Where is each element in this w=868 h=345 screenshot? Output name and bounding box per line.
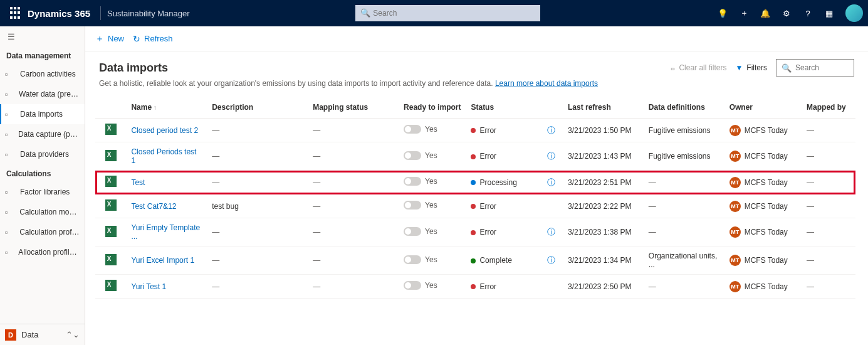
table-row[interactable]: Yuri Test 1 — — Yes Error 3/21/2023 2:50… <box>95 275 855 299</box>
grid-search-input[interactable] <box>795 63 845 72</box>
toggle-label: Yes <box>425 201 437 210</box>
cell-name[interactable]: Yuri Test 1 <box>126 275 207 299</box>
clear-filters-button[interactable]: ⏛ Clear all filters <box>671 63 726 72</box>
ready-toggle[interactable]: Yes <box>404 255 437 264</box>
table-row[interactable]: Test — — Yes Processing ⓘ 3/21/2023 2:51… <box>95 171 855 194</box>
sidebar-item[interactable]: ▫Factor libraries <box>0 182 85 202</box>
name-link[interactable]: Closed Periods test 1 <box>131 147 196 165</box>
ready-toggle[interactable]: Yes <box>404 281 437 290</box>
name-link[interactable]: Test Cat7&12 <box>131 202 176 211</box>
filters-button[interactable]: ▼ Filters <box>735 63 767 72</box>
cell-dash: — <box>802 275 855 299</box>
table-row[interactable]: Closed Periods test 1 — — Yes Error ⓘ 3/… <box>95 142 855 171</box>
ready-toggle[interactable]: Yes <box>404 227 437 236</box>
grid-search[interactable]: 🔍 <box>776 59 854 77</box>
cell-ready: Yes <box>399 275 466 299</box>
col-mapping-status[interactable]: Mapping status <box>308 97 399 119</box>
plus-icon[interactable]: ＋ <box>735 4 753 22</box>
info-icon[interactable]: ⓘ <box>547 178 555 187</box>
cell-dash: — <box>802 171 855 194</box>
col-last-refresh[interactable]: Last refresh <box>563 97 644 119</box>
name-link[interactable]: Test <box>131 178 145 187</box>
plus-icon: ＋ <box>95 33 104 45</box>
ready-toggle[interactable]: Yes <box>404 201 437 210</box>
cell-dash: — <box>207 247 308 275</box>
sidebar-item[interactable]: ▫Water data (preview) <box>0 84 85 104</box>
sidebar-item[interactable]: ▫Data imports <box>0 104 85 124</box>
area-switcher[interactable]: D Data ⌃⌄ <box>0 324 85 345</box>
new-button[interactable]: ＋ New <box>95 33 124 45</box>
owner-name: MCFS Today <box>745 282 788 291</box>
provider-icon: ▫ <box>5 150 15 159</box>
cell-ready: Yes <box>399 194 466 218</box>
sidebar-item[interactable]: ▫Allocation profiles (p... <box>0 242 85 262</box>
sidebar-item-label: Calculation models <box>19 208 80 216</box>
info-icon[interactable]: ⓘ <box>547 125 555 135</box>
sidebar-item[interactable]: ▫Data providers <box>0 144 85 164</box>
info-icon[interactable]: ⓘ <box>547 227 555 236</box>
toggle-track <box>404 151 421 160</box>
command-bar: ＋ New ↻ Refresh <box>85 26 868 51</box>
cell-name[interactable]: Closed period test 2 <box>126 119 207 142</box>
app-launcher-icon[interactable] <box>10 7 23 19</box>
hamburger-icon[interactable]: ☰ <box>0 26 85 46</box>
table-row[interactable]: Test Cat7&12 test bug — Yes Error 3/21/2… <box>95 194 855 218</box>
col-name[interactable]: Name <box>126 97 207 119</box>
cell-status: Processing <box>466 171 540 194</box>
col-description[interactable]: Description <box>207 97 308 119</box>
cell-info[interactable]: ⓘ <box>540 142 563 171</box>
toggle-track <box>404 227 421 236</box>
sidebar-item-label: Data providers <box>20 150 69 159</box>
name-link[interactable]: Yuri Excel Import 1 <box>131 256 194 265</box>
sidebar-item[interactable]: ▫Calculation models <box>0 202 85 222</box>
cell-name[interactable]: Yuri Excel Import 1 <box>126 247 207 275</box>
table-row[interactable]: Yuri Empty Template ... — — Yes Error ⓘ … <box>95 218 855 247</box>
cell-name[interactable]: Yuri Empty Template ... <box>126 218 207 247</box>
profile-icon: ▫ <box>5 228 14 237</box>
name-link[interactable]: Yuri Empty Template ... <box>131 223 200 241</box>
cell-name[interactable]: Test Cat7&12 <box>126 194 207 218</box>
lightbulb-icon[interactable]: 💡 <box>714 4 731 22</box>
cell-info[interactable]: ⓘ <box>540 218 563 247</box>
bell-icon[interactable]: 🔔 <box>756 4 774 22</box>
col-data-definitions[interactable]: Data definitions <box>644 97 724 119</box>
info-icon[interactable]: ⓘ <box>547 255 555 265</box>
ready-toggle[interactable]: Yes <box>404 177 437 186</box>
col-owner[interactable]: Owner <box>724 97 802 119</box>
name-link[interactable]: Yuri Test 1 <box>131 282 166 291</box>
cell-last-refresh: 3/21/2023 1:43 PM <box>563 142 644 171</box>
ready-toggle[interactable]: Yes <box>404 125 437 134</box>
cell-dash: — <box>644 275 724 299</box>
status-dot-icon <box>471 128 476 133</box>
cell-owner: MTMCFS Today <box>724 275 802 299</box>
refresh-button[interactable]: ↻ Refresh <box>133 34 173 44</box>
ready-toggle[interactable]: Yes <box>404 151 437 160</box>
cell-dash: — <box>802 247 855 275</box>
global-search[interactable]: 🔍 <box>355 5 540 21</box>
cell-dash: — <box>802 218 855 247</box>
table-row[interactable]: Closed period test 2 — — Yes Error ⓘ 3/2… <box>95 119 855 142</box>
cell-info[interactable]: ⓘ <box>540 171 563 194</box>
sidebar-item[interactable]: ▫Calculation profiles <box>0 222 85 242</box>
col-mapped-by[interactable]: Mapped by <box>802 97 855 119</box>
help-icon[interactable]: ? <box>799 4 817 22</box>
col-ready-to-import[interactable]: Ready to import <box>399 97 466 119</box>
cell-dash: — <box>207 218 308 247</box>
col-status[interactable]: Status <box>466 97 540 119</box>
info-icon[interactable]: ⓘ <box>547 151 555 161</box>
status-dot-icon <box>471 204 476 209</box>
grid-icon[interactable]: ▦ <box>820 4 838 22</box>
sidebar-item[interactable]: ▫Data capture (preview) <box>0 124 85 144</box>
sidebar-item[interactable]: ▫Carbon activities <box>0 64 85 84</box>
avatar[interactable] <box>845 4 863 22</box>
global-search-input[interactable] <box>355 5 540 21</box>
cell-name[interactable]: Test <box>126 171 207 194</box>
learn-more-link[interactable]: Learn more about data imports <box>495 79 598 88</box>
name-link[interactable]: Closed period test 2 <box>131 126 198 135</box>
cell-info[interactable]: ⓘ <box>540 119 563 142</box>
capture-icon: ▫ <box>5 130 13 139</box>
table-row[interactable]: Yuri Excel Import 1 — — Yes Complete ⓘ 3… <box>95 247 855 275</box>
cell-info[interactable]: ⓘ <box>540 247 563 275</box>
cell-name[interactable]: Closed Periods test 1 <box>126 142 207 171</box>
gear-icon[interactable]: ⚙ <box>778 4 795 22</box>
